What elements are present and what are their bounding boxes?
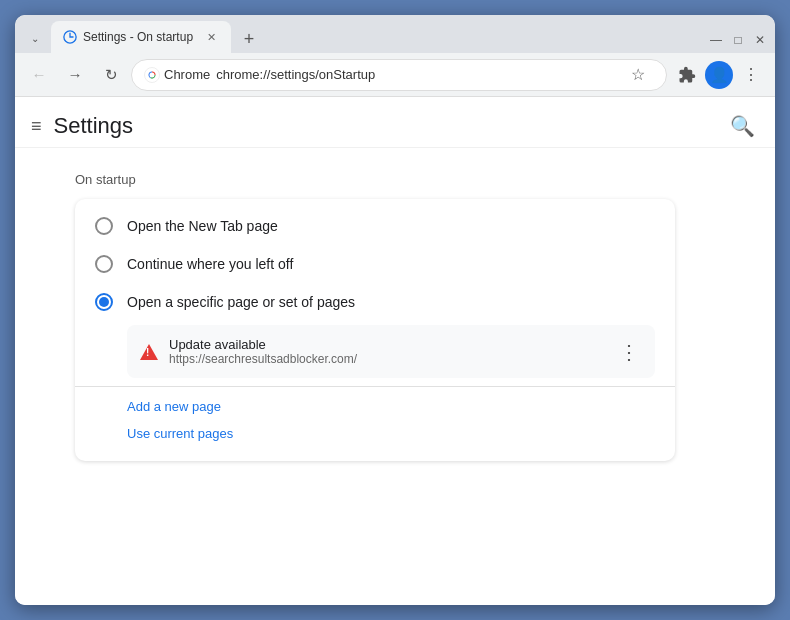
url-display: chrome://settings/onStartup — [216, 67, 616, 82]
chrome-menu-btn[interactable]: ⋮ — [735, 59, 767, 91]
page-item-menu-btn[interactable]: ⋮ — [615, 338, 643, 366]
radio-circle-new-tab — [95, 217, 113, 235]
extensions-icon — [678, 66, 696, 84]
window-controls: — □ ✕ — [709, 33, 767, 53]
page-item: Update available https://searchresultsad… — [127, 329, 655, 374]
add-new-page-link[interactable]: Add a new page — [75, 391, 675, 418]
minimize-btn[interactable]: — — [709, 33, 723, 47]
address-bar[interactable]: Chrome chrome://settings/onStartup ☆ — [131, 59, 667, 91]
tab-area: Settings - On startup ✕ + — [51, 21, 709, 53]
svg-point-3 — [150, 72, 155, 77]
radio-option-new-tab[interactable]: Open the New Tab page — [75, 207, 675, 245]
page-item-title: Update available — [169, 337, 357, 352]
back-btn[interactable]: ← — [23, 59, 55, 91]
tab-favicon-icon — [63, 30, 77, 44]
use-current-pages-link[interactable]: Use current pages — [75, 418, 675, 445]
tab-switcher-btn[interactable]: ⌄ — [23, 29, 47, 53]
triangle-warning-shape — [140, 344, 158, 360]
active-tab[interactable]: Settings - On startup ✕ — [51, 21, 231, 53]
radio-dot — [99, 297, 109, 307]
toolbar-icons: 👤 ⋮ — [671, 59, 767, 91]
options-card: Open the New Tab page Continue where you… — [75, 199, 675, 461]
radio-label-new-tab: Open the New Tab page — [127, 218, 278, 234]
page-item-url: https://searchresultsadblocker.com/ — [169, 352, 357, 366]
radio-circle-specific — [95, 293, 113, 311]
new-tab-btn[interactable]: + — [235, 25, 263, 53]
settings-search-btn[interactable]: 🔍 — [730, 114, 755, 138]
chrome-logo-icon — [144, 67, 160, 83]
radio-circle-continue — [95, 255, 113, 273]
forward-btn[interactable]: → — [59, 59, 91, 91]
title-bar: ⌄ Settings - On startup ✕ + — □ ✕ — [15, 15, 775, 53]
radio-label-continue: Continue where you left off — [127, 256, 293, 272]
browser-window: ⌄ Settings - On startup ✕ + — □ ✕ ← → ↻ — [15, 15, 775, 605]
page-item-left: Update available https://searchresultsad… — [139, 337, 357, 366]
chrome-icon-wrap: Chrome — [144, 67, 210, 83]
chrome-brand-label: Chrome — [164, 67, 210, 82]
chrome-menu-icon: ⋮ — [743, 65, 759, 84]
on-startup-label: On startup — [75, 172, 715, 187]
settings-header: ≡ Settings 🔍 — [15, 97, 775, 148]
restore-btn[interactable]: □ — [731, 33, 745, 47]
settings-body: On startup Open the New Tab page Continu… — [15, 148, 775, 485]
radio-option-specific[interactable]: Open a specific page or set of pages — [75, 283, 675, 321]
settings-title-wrap: ≡ Settings — [31, 113, 133, 139]
radio-option-continue[interactable]: Continue where you left off — [75, 245, 675, 283]
close-btn[interactable]: ✕ — [753, 33, 767, 47]
page-item-text: Update available https://searchresultsad… — [169, 337, 357, 366]
extensions-btn[interactable] — [671, 59, 703, 91]
tab-title-text: Settings - On startup — [83, 30, 197, 44]
radio-label-specific: Open a specific page or set of pages — [127, 294, 355, 310]
page-content: PC ≡ Settings 🔍 On startup Open the New … — [15, 97, 775, 605]
pages-section: Update available https://searchresultsad… — [127, 325, 655, 378]
warning-icon — [139, 342, 159, 362]
profile-icon: 👤 — [710, 66, 729, 84]
settings-title: Settings — [54, 113, 134, 139]
divider — [75, 386, 675, 387]
tab-close-btn[interactable]: ✕ — [203, 29, 219, 45]
toolbar: ← → ↻ Chrome chrome://settings/onStartup… — [15, 53, 775, 97]
refresh-btn[interactable]: ↻ — [95, 59, 127, 91]
hamburger-icon[interactable]: ≡ — [31, 116, 42, 137]
profile-btn[interactable]: 👤 — [705, 61, 733, 89]
bookmark-btn[interactable]: ☆ — [622, 59, 654, 91]
